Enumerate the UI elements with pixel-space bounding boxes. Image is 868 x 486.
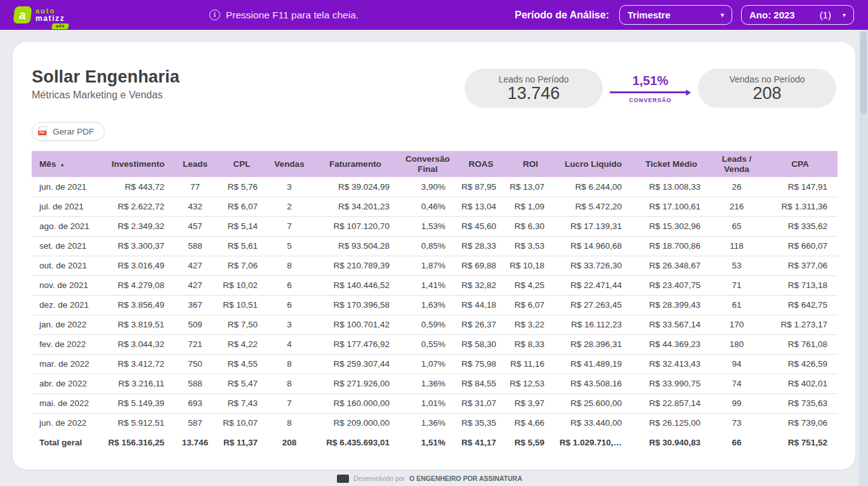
column-header[interactable]: CPA <box>763 151 838 177</box>
generate-pdf-button[interactable]: Gerar PDF <box>32 122 105 141</box>
cell: R$ 5.912,51 <box>102 413 174 433</box>
cell: ago. de 2021 <box>32 216 102 236</box>
cell: R$ 18.700,86 <box>632 236 711 256</box>
cell: R$ 259.307,44 <box>311 354 400 374</box>
column-header[interactable]: Vendas <box>268 151 311 177</box>
column-header[interactable]: Leads <box>174 151 216 177</box>
cell: R$ 1.273,17 <box>763 315 838 334</box>
cell: R$ 41,17 <box>456 433 506 452</box>
cell: R$ 4,25 <box>506 275 555 295</box>
table-row: jan. de 2022R$ 3.819,51509R$ 7,503R$ 100… <box>32 315 838 334</box>
cell: 74 <box>711 374 763 393</box>
cell: R$ 739,06 <box>763 413 838 433</box>
year-select[interactable]: Ano: 2023 (1) ▾ <box>741 5 854 25</box>
cell: R$ 7,43 <box>216 393 268 413</box>
cell: R$ 4,66 <box>506 413 555 433</box>
cell: 6 <box>268 275 311 295</box>
scrollbar-thumb[interactable] <box>860 32 867 114</box>
column-header[interactable]: Investimento <box>102 151 174 177</box>
cell: 53 <box>711 256 763 275</box>
cell: R$ 69,88 <box>456 256 506 275</box>
cell: nov. de 2021 <box>32 275 102 295</box>
cell: 77 <box>174 177 216 197</box>
cell: R$ 443,72 <box>102 177 174 197</box>
cell: 7 <box>268 393 311 413</box>
cell: 588 <box>174 374 216 393</box>
cell: 693 <box>174 393 216 413</box>
column-header[interactable]: Mês▲ <box>32 151 102 177</box>
column-header[interactable]: ROAS <box>456 151 506 177</box>
period-select[interactable]: Trimestre ▾ <box>619 5 732 25</box>
cell: R$ 3.216,11 <box>102 374 174 393</box>
column-header[interactable]: Conversão Final <box>400 151 456 177</box>
cell: R$ 32,82 <box>456 275 506 295</box>
cell: R$ 10,18 <box>506 256 555 275</box>
cell: R$ 43.508,16 <box>555 374 632 393</box>
kpi-group: Leads no Período 13.746 1,51% CONVERSÃO … <box>464 69 836 108</box>
cell: R$ 11,37 <box>216 433 268 452</box>
cell: R$ 5,76 <box>216 177 268 197</box>
cell: R$ 7,06 <box>216 256 268 275</box>
column-header[interactable]: Faturamento <box>311 151 400 177</box>
cell: R$ 31,07 <box>456 393 506 413</box>
cell: R$ 642,75 <box>763 295 838 315</box>
cell: mar. de 2022 <box>32 354 102 374</box>
cell: R$ 44,18 <box>456 295 506 315</box>
cell: R$ 25.600,00 <box>555 393 632 413</box>
scrollbar[interactable] <box>859 30 868 486</box>
cell: 216 <box>711 197 763 216</box>
cell: 457 <box>174 216 216 236</box>
cell: 1,53% <box>400 216 456 236</box>
cell: R$ 3.412,72 <box>102 354 174 374</box>
page-title: Sollar Engenharia <box>32 67 180 87</box>
column-header[interactable]: ROI <box>506 151 555 177</box>
cell: 94 <box>711 354 763 374</box>
cell: R$ 23.407,75 <box>632 275 711 295</box>
kpi-sales-label: Vendas no Período <box>729 74 805 84</box>
cell: R$ 28,33 <box>456 236 506 256</box>
cell: R$ 140.446,52 <box>311 275 400 295</box>
footer: Desenvolvido por O ENGENHEIRO POR ASSINA… <box>0 471 859 486</box>
table-row: abr. de 2022R$ 3.216,11588R$ 5,478R$ 271… <box>32 374 838 393</box>
cell: 71 <box>711 275 763 295</box>
table-row: jun. de 2022R$ 5.912,51587R$ 10,078R$ 20… <box>32 413 838 433</box>
cell: abr. de 2022 <box>32 374 102 393</box>
cell: R$ 33.440,00 <box>555 413 632 433</box>
cell: R$ 735,63 <box>763 393 838 413</box>
column-header[interactable]: Lucro Líquido <box>555 151 632 177</box>
cell: R$ 1.029.710,… <box>555 433 632 452</box>
cell: R$ 17.100,61 <box>632 197 711 216</box>
cell: R$ 4,55 <box>216 354 268 374</box>
cell: R$ 170.396,58 <box>311 295 400 315</box>
cell: R$ 13,04 <box>456 197 506 216</box>
year-select-value: Ano: 2023 <box>749 10 795 20</box>
cell: 0,85% <box>400 236 456 256</box>
cell: R$ 30.940,83 <box>632 433 711 452</box>
cell: 2 <box>268 197 311 216</box>
cell: 432 <box>174 197 216 216</box>
info-icon: i <box>209 10 220 20</box>
cell: R$ 761,08 <box>763 334 838 354</box>
table-row: dez. de 2021R$ 3.856,49367R$ 10,516R$ 17… <box>32 295 838 315</box>
column-header[interactable]: CPL <box>216 151 268 177</box>
cell: jul. de 2021 <box>32 197 102 216</box>
cell: 367 <box>174 295 216 315</box>
cell: 1,63% <box>400 295 456 315</box>
cell: R$ 3,22 <box>506 315 555 334</box>
cell: R$ 75,98 <box>456 354 506 374</box>
kpi-sales-value: 208 <box>753 84 781 102</box>
cell: R$ 10,07 <box>216 413 268 433</box>
cell: R$ 3.819,51 <box>102 315 174 334</box>
cell: R$ 107.120,70 <box>311 216 400 236</box>
cell: 588 <box>174 236 216 256</box>
fullscreen-hint-text: Pressione F11 para tela cheia. <box>226 10 358 21</box>
column-header[interactable]: Ticket Médio <box>632 151 711 177</box>
table-body: jun. de 2021R$ 443,7277R$ 5,763R$ 39.024… <box>32 177 838 452</box>
brand-logo[interactable]: a auto matizz ads <box>14 6 65 23</box>
cell: R$ 93.504,28 <box>311 236 400 256</box>
column-header[interactable]: Leads / Venda <box>711 151 763 177</box>
kpi-leads-label: Leads no Período <box>499 74 569 84</box>
topbar: a auto matizz ads i Pressione F11 para t… <box>0 0 868 30</box>
cell: R$ 2.622,72 <box>102 197 174 216</box>
kpi-sales: Vendas no Período 208 <box>698 69 836 108</box>
